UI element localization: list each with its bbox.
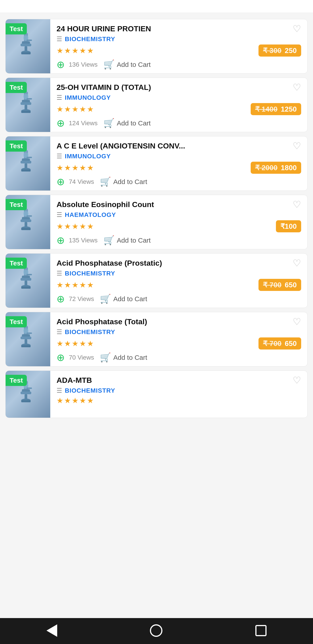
card-title: 25-OH VITAMIN D (TOTAL) — [56, 83, 293, 92]
cart-icon: 🛒 — [103, 235, 115, 246]
back-nav-button[interactable] — [46, 624, 57, 637]
add-to-cart-label: Add to Cart — [117, 236, 151, 244]
favorite-button[interactable]: ♡ — [293, 83, 301, 92]
favorite-button[interactable]: ♡ — [293, 24, 301, 34]
favorite-button[interactable]: ♡ — [293, 200, 301, 209]
star-half-icon: ★ — [87, 280, 94, 289]
star-icon: ★ — [72, 396, 78, 405]
card-title-row: Acid Phosphatase (Prostatic) ♡ — [56, 258, 301, 268]
category-label: BIOCHEMISTRY — [65, 270, 115, 277]
add-to-cart-button[interactable]: 🛒 Add to Cart — [103, 59, 151, 70]
star-half-icon: ★ — [87, 222, 94, 231]
favorite-button[interactable]: ♡ — [293, 376, 301, 385]
add-to-cart-label: Add to Cart — [117, 120, 151, 127]
star-icon: ★ — [64, 163, 71, 172]
star-icon: ★ — [72, 163, 78, 172]
test-badge: Test — [5, 258, 27, 269]
rating-price-row: ★★★★★ — [56, 396, 301, 405]
recent-nav-button[interactable] — [255, 625, 267, 636]
category-row: ☰ HAEMATOLOGY — [56, 211, 301, 218]
card-image-wrap: Test — [5, 254, 50, 308]
star-icon: ★ — [64, 280, 71, 289]
svg-rect-47 — [26, 332, 32, 334]
actions-row: ⊕ 135 Views 🛒 Add to Cart — [56, 235, 301, 246]
rating-price-row: ★★★★★ ₹100 — [56, 220, 301, 232]
star-icon: ★ — [72, 222, 78, 231]
test-badge: Test — [5, 375, 27, 386]
add-to-cart-button[interactable]: 🛒 Add to Cart — [100, 176, 147, 187]
test-card: Test Acid Phosphatase (Total) ♡ ☰ BIOCHE… — [5, 312, 308, 366]
test-card: Test Absolute Eosinophil Count ♡ ☰ HAEMA… — [5, 195, 308, 249]
add-to-cart-button[interactable]: 🛒 Add to Cart — [103, 118, 151, 128]
rating-price-row: ★★★★★ ₹ 300 250 — [56, 44, 301, 56]
star-half-icon: ★ — [87, 163, 94, 172]
add-to-cart-button[interactable]: 🛒 Add to Cart — [103, 235, 151, 246]
category-label: IMMUNOLOGY — [65, 153, 111, 160]
actions-row: ⊕ 136 Views 🛒 Add to Cart — [56, 59, 301, 70]
favorite-button[interactable]: ♡ — [293, 141, 301, 151]
cart-icon: 🛒 — [103, 118, 115, 128]
add-to-cart-button[interactable]: 🛒 Add to Cart — [100, 352, 147, 363]
card-content: 25-OH VITAMIN D (TOTAL) ♡ ☰ IMMUNOLOGY ★… — [50, 78, 308, 132]
svg-rect-15 — [26, 98, 32, 100]
star-icon: ★ — [56, 46, 63, 55]
rating-stars: ★★★★★ — [56, 280, 94, 289]
views-count: 124 Views — [69, 120, 98, 127]
category-icon: ☰ — [56, 94, 62, 101]
category-icon: ☰ — [56, 152, 62, 160]
original-price: ₹ 700 — [263, 340, 281, 348]
test-card: Test 24 HOUR URINE PROTIEN ♡ ☰ BIOCHEMIS… — [5, 19, 308, 74]
svg-rect-37 — [21, 287, 31, 289]
price-badge: ₹ 300 250 — [259, 44, 301, 56]
test-badge: Test — [5, 23, 27, 34]
test-badge: Test — [5, 199, 27, 210]
star-icon: ★ — [79, 396, 86, 405]
svg-rect-23 — [26, 157, 32, 158]
star-icon: ★ — [56, 222, 63, 231]
svg-rect-50 — [20, 392, 31, 394]
svg-rect-7 — [26, 40, 32, 41]
rating-stars: ★★★★★ — [56, 339, 94, 348]
card-image-wrap: Test — [5, 195, 50, 249]
card-image-wrap: Test — [5, 312, 50, 366]
card-title-row: ADA-MTB ♡ — [56, 376, 301, 385]
favorite-button[interactable]: ♡ — [293, 258, 301, 268]
card-image-wrap: Test — [5, 371, 50, 418]
rating-price-row: ★★★★★ ₹ 1400 1250 — [56, 103, 301, 115]
test-image — [14, 322, 41, 356]
add-icon-button[interactable]: ⊕ — [56, 294, 65, 304]
star-half-icon: ★ — [87, 339, 94, 348]
price-badge: ₹100 — [276, 220, 301, 232]
test-image — [14, 147, 41, 180]
svg-rect-42 — [20, 336, 31, 339]
add-icon-button[interactable]: ⊕ — [56, 236, 65, 245]
svg-rect-10 — [20, 102, 31, 105]
add-icon-button[interactable]: ⊕ — [56, 60, 65, 70]
test-card: Test A C E Level (ANGIOTENSIN CONV... ♡ … — [5, 136, 308, 191]
bottom-nav — [0, 618, 313, 644]
card-title: Absolute Eosinophil Count — [56, 200, 293, 209]
favorite-button[interactable]: ♡ — [293, 317, 301, 326]
svg-rect-55 — [26, 388, 32, 389]
category-icon: ☰ — [56, 387, 62, 394]
cart-icon: 🛒 — [100, 294, 111, 304]
card-title: ADA-MTB — [56, 376, 293, 385]
star-icon: ★ — [79, 339, 86, 348]
category-row: ☰ BIOCHEMISTRY — [56, 387, 301, 394]
add-icon-button[interactable]: ⊕ — [56, 353, 65, 362]
test-badge: Test — [5, 82, 27, 93]
add-to-cart-label: Add to Cart — [113, 295, 147, 303]
svg-rect-21 — [21, 170, 31, 172]
add-icon-button[interactable]: ⊕ — [56, 177, 65, 187]
add-to-cart-button[interactable]: 🛒 Add to Cart — [100, 294, 147, 304]
rating-price-row: ★★★★★ ₹ 700 650 — [56, 338, 301, 350]
home-nav-button[interactable] — [150, 624, 162, 637]
test-badge: Test — [5, 140, 27, 152]
category-icon: ☰ — [56, 270, 62, 277]
price-badge: ₹ 700 650 — [259, 338, 301, 350]
star-icon: ★ — [56, 280, 63, 289]
rating-price-row: ★★★★★ ₹ 2000 1800 — [56, 162, 301, 174]
test-image — [14, 88, 41, 122]
card-title: A C E Level (ANGIOTENSIN CONV... — [56, 141, 293, 150]
add-icon-button[interactable]: ⊕ — [56, 118, 65, 128]
